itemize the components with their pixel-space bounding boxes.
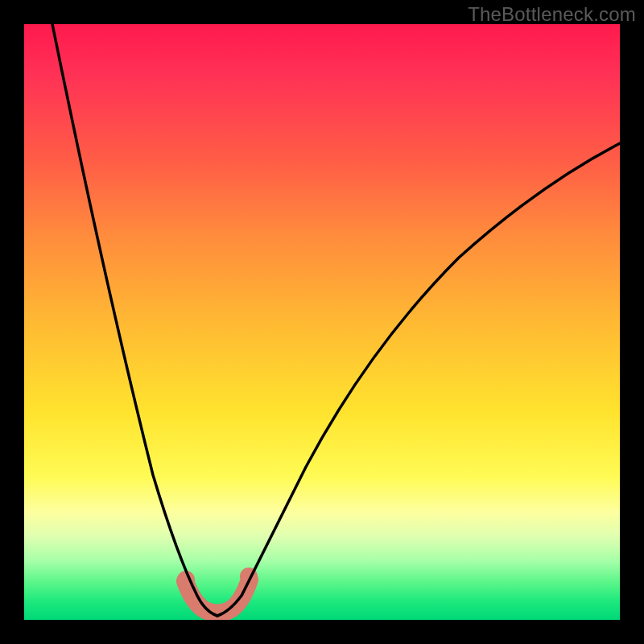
curve-right	[217, 143, 620, 616]
curve-left	[52, 24, 217, 616]
watermark-text: TheBottleneck.com	[468, 3, 636, 26]
chart-area	[24, 24, 620, 620]
bottleneck-plot	[24, 24, 620, 620]
